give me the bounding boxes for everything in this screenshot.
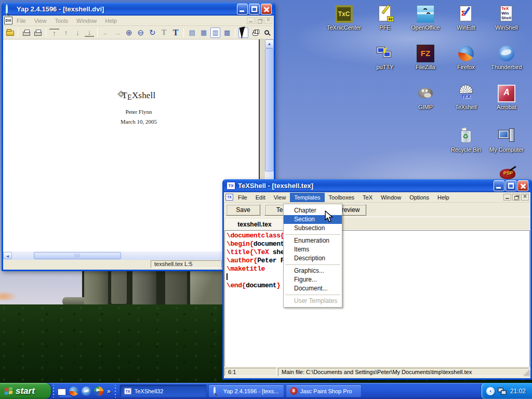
- desktop-icon-acrobat[interactable]: A Acrobat: [487, 85, 526, 110]
- resize-grip[interactable]: [524, 370, 530, 376]
- menu-item-graphics[interactable]: Graphics...: [284, 267, 342, 275]
- desktop-icon-thunderbird[interactable]: Thunderbird: [487, 45, 526, 70]
- network-tray-icon[interactable]: [498, 387, 507, 395]
- minimize-button[interactable]: [237, 4, 248, 15]
- desktop-icon-firefox[interactable]: Firefox: [446, 45, 486, 70]
- media-player-quicklaunch-icon[interactable]: [94, 387, 103, 396]
- two-page-view-icon[interactable]: ▦: [199, 28, 208, 38]
- mdi-restore-button[interactable]: [256, 17, 263, 24]
- menu-view[interactable]: View: [30, 16, 51, 25]
- taskbar-clock[interactable]: 21:02: [510, 388, 526, 395]
- first-page-icon[interactable]: ↑: [49, 29, 59, 37]
- mdi-close-button[interactable]: [521, 194, 529, 201]
- dvi-document-icon[interactable]: DVI: [4, 17, 12, 24]
- desktop-icon-putty[interactable]: puTTY: [365, 45, 405, 70]
- hand-tool-icon[interactable]: [250, 28, 260, 38]
- wallpaper-stone: [165, 271, 187, 305]
- text-tool-icon[interactable]: T: [171, 28, 180, 38]
- quicklaunch-handle[interactable]: [52, 385, 55, 397]
- desktop-icon-my-computer[interactable]: My Computer: [487, 127, 526, 153]
- zoom-out-icon[interactable]: ⊖: [136, 28, 145, 38]
- texshell-title: TeXShell - [texshell.tex]: [238, 182, 493, 190]
- continuous-two-page-view-icon[interactable]: ▩: [222, 28, 232, 38]
- taskbar-handle[interactable]: [114, 385, 116, 397]
- menu-tex[interactable]: TeX: [358, 193, 377, 202]
- menu-tools[interactable]: Tools: [50, 16, 72, 25]
- menu-item-description[interactable]: Description: [284, 254, 342, 263]
- single-page-view-icon[interactable]: ▤: [187, 28, 196, 38]
- continuous-page-view-icon[interactable]: ▥: [210, 28, 220, 38]
- open-icon[interactable]: [5, 28, 15, 38]
- menu-help[interactable]: Help: [433, 193, 454, 202]
- scroll-left-button[interactable]: ◄: [3, 252, 12, 259]
- desktop-icon-winedt[interactable]: Σ WinEdt: [446, 5, 486, 31]
- mdi-restore-button[interactable]: [512, 194, 520, 201]
- menu-item-enumeration[interactable]: Enumeration: [284, 236, 342, 245]
- menu-item-document[interactable]: Document...: [284, 284, 342, 293]
- minimize-button[interactable]: [494, 180, 504, 191]
- menu-item-figure[interactable]: Figure...: [284, 275, 342, 284]
- desktop-icon-pfe[interactable]: 32 PFE: [365, 5, 405, 31]
- desktop-icon-openoffice[interactable]: OpenOffice: [406, 5, 445, 31]
- taskbar-button-paint-shop-pro[interactable]: 8 Jasc Paint Shop Pro: [286, 384, 362, 397]
- menu-templates[interactable]: Templates: [290, 193, 324, 202]
- ruler-tool-icon[interactable]: T: [159, 28, 168, 38]
- menu-view[interactable]: View: [270, 193, 290, 202]
- taskbar-button-yap[interactable]: Yap 2.4.1596 - [texs...: [208, 384, 284, 397]
- scroll-thumb[interactable]: [265, 48, 274, 171]
- desktop-icon-gimp[interactable]: GIMP: [406, 85, 445, 110]
- texshell-mdi-icon[interactable]: TX: [225, 194, 233, 201]
- yap-titlebar[interactable]: Yap 2.4.1596 - [texshell.dvi]: [3, 3, 274, 16]
- firefox-quicklaunch-icon[interactable]: [69, 387, 78, 396]
- close-button[interactable]: [517, 180, 528, 191]
- texshell-titlebar[interactable]: TX TeXShell - [texshell.tex]: [224, 179, 530, 192]
- desktop-icon-texniccenter[interactable]: TxC TeXnicCenter: [324, 5, 364, 31]
- menu-options[interactable]: Options: [405, 193, 433, 202]
- save-button[interactable]: Save: [226, 204, 260, 216]
- menu-edit[interactable]: Edit: [251, 193, 270, 202]
- zoom-in-icon[interactable]: ⊕: [124, 28, 134, 38]
- tray-collapse-chevron[interactable]: ‹: [486, 387, 495, 395]
- start-button[interactable]: start: [0, 383, 51, 399]
- close-button[interactable]: [261, 4, 272, 15]
- print-setup-icon[interactable]: [33, 28, 43, 38]
- magnifier-tool-icon[interactable]: [262, 28, 272, 38]
- menu-toolboxes[interactable]: Toolboxes: [325, 193, 359, 202]
- dvi-page[interactable]: TEXshell Peter Flynn March 10, 2005: [3, 39, 259, 251]
- quicklaunch-overflow-chevron[interactable]: »: [107, 388, 111, 395]
- refresh-icon[interactable]: ↻: [148, 28, 157, 38]
- texshell-menubar: TX File Edit View Templates Toolboxes Te…: [224, 192, 530, 203]
- menu-window[interactable]: Window: [377, 193, 405, 202]
- menu-window[interactable]: Window: [72, 16, 101, 25]
- scroll-thumb[interactable]: [34, 252, 121, 259]
- icon-label: Firefox: [446, 64, 486, 70]
- tab-texshell-tex[interactable]: texshell.tex: [225, 219, 284, 230]
- menu-help[interactable]: Help: [101, 16, 121, 25]
- mdi-minimize-button[interactable]: [503, 194, 511, 201]
- desktop-icon-psp[interactable]: PSP: [498, 168, 518, 180]
- maximize-button[interactable]: [506, 180, 516, 191]
- desktop-icon-texshell[interactable]: TEX TeXshell: [446, 85, 486, 110]
- menu-file[interactable]: File: [234, 193, 251, 202]
- last-page-icon[interactable]: ↓: [85, 29, 94, 37]
- desktop-icon-filezilla[interactable]: FZ FileZilla: [406, 45, 445, 70]
- outlook-express-icon[interactable]: [58, 389, 66, 395]
- pointer-tool-icon[interactable]: [238, 28, 248, 38]
- forward-icon[interactable]: →: [113, 28, 122, 38]
- menu-item-items[interactable]: Items: [284, 245, 342, 254]
- maximize-button[interactable]: [249, 4, 260, 15]
- menu-file[interactable]: File: [12, 16, 30, 25]
- windows-flag-icon: [5, 387, 12, 395]
- previous-page-icon[interactable]: ↑: [61, 28, 71, 38]
- editor-pane[interactable]: \documentclass{article} \begin{document}…: [224, 230, 530, 367]
- back-icon[interactable]: ←: [101, 28, 110, 38]
- mdi-minimize-button[interactable]: [247, 17, 255, 24]
- next-page-icon[interactable]: ↓: [73, 28, 82, 38]
- mdi-close-button[interactable]: [264, 17, 272, 24]
- print-icon[interactable]: [21, 28, 31, 38]
- desktop-icon-winshell[interactable]: TeXWinShell WinShell: [487, 5, 526, 31]
- desktop-icon-recycle-bin[interactable]: ♻ Recycle Bin: [446, 127, 486, 153]
- thunderbird-quicklaunch-icon[interactable]: [82, 387, 91, 396]
- taskbar-button-texshell32[interactable]: TX TeXShell32: [119, 384, 207, 397]
- scroll-up-button[interactable]: ▲: [265, 39, 274, 48]
